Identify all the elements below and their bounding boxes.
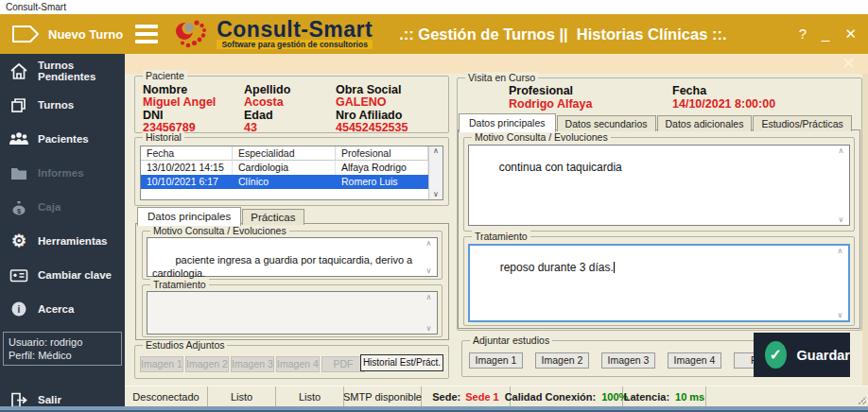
sidebar-item-label: Caja (38, 201, 61, 213)
col-especialidad: Especialidad (233, 146, 336, 161)
tratamiento-text-right: reposo durante 3 días. (500, 261, 614, 274)
historial-table: Fecha Especialidad Profesional 13/10/202… (140, 146, 443, 200)
historial-group: Historial Fecha Especialidad Profesional… (134, 137, 449, 206)
adjuntar-buttons: Imagen 1 Imagen 2 Imagen 3 Imagen 4 PDF (469, 352, 788, 369)
edad-value: 43 (244, 122, 336, 134)
scroll-down-icon[interactable]: ∨ (838, 311, 843, 319)
table-scrollbar[interactable]: ∧ ∨ (428, 146, 443, 199)
sidebar-item-label: Turnos Pendientes (38, 60, 125, 82)
motivo-text-left: paciente ingresa a guardia por taquicard… (152, 254, 415, 279)
cell-fecha: 13/10/2021 14:15 (141, 161, 233, 175)
guardar-button[interactable]: ✓ Guardar (754, 333, 850, 377)
sidebar-item-turnos[interactable]: Turnos (0, 88, 125, 122)
logo-name: Consult-Smart (217, 20, 373, 40)
paciente-fields: NombreMiguel Angel ApellidoAcosta Obra S… (135, 77, 448, 135)
tratamiento-input-left[interactable]: ∧∨ (147, 291, 438, 335)
sidebar-item-cambiar-clave[interactable]: Cambiar clave (0, 258, 125, 292)
status-latencia: Latencia: 10 ms (623, 386, 706, 406)
content-top-strip: ✕ (125, 54, 868, 74)
svg-text:i: i (18, 304, 21, 315)
help-button[interactable]: ? (799, 26, 807, 43)
tratamiento-title-right: Tratamiento (472, 231, 530, 242)
cell-fecha: 10/10/2021 6:17 (141, 175, 233, 189)
tab-datos-secundarios[interactable]: Datos secundarios (557, 115, 656, 131)
sidebar-item-turnos-pendientes[interactable]: Turnos Pendientes (0, 54, 125, 88)
profesional-value: Rodrigo Alfaya (509, 97, 592, 111)
scroll-up-icon[interactable]: ∧ (426, 239, 432, 248)
historial-row[interactable]: 13/10/2021 14:15 Cardiologia Alfaya Rodr… (141, 161, 428, 175)
cell-especialidad: Clínico (233, 175, 336, 189)
tab-datos-adicionales[interactable]: Datos adicionales (657, 115, 753, 131)
panel-close-icon[interactable]: ✕ (842, 54, 856, 74)
imagen3-button-right[interactable]: Imagen 3 (601, 352, 655, 369)
sidebar-item-herramientas[interactable]: ⚙ Herramientas (0, 224, 125, 258)
cell-especialidad: Cardiologia (233, 161, 336, 175)
sidebar-item-label: Informes (38, 167, 84, 179)
scroll-up-icon[interactable]: ∧ (426, 293, 432, 301)
logo-tagline: Software para gestión de consultorios (217, 40, 373, 49)
motivo-text-right: continua con taquicardia (499, 161, 622, 174)
sede-value: Sede 1 (465, 391, 498, 403)
close-button[interactable]: ✕ (844, 26, 857, 43)
imagen3-button-left[interactable]: Imagen 3 (231, 356, 274, 372)
nro-afiliado-value: 45452452535 (336, 122, 448, 134)
historial-est-pract-button[interactable]: Historial Est/Práct. (360, 354, 443, 371)
estudios-buttons: Imagen 1 Imagen 2 Imagen 3 Imagen 4 PDF (140, 356, 365, 372)
tab-datos-principales-right[interactable]: Datos principales (459, 113, 556, 132)
sidebar-item-pacientes[interactable]: Pacientes (0, 122, 125, 156)
scroll-down-icon[interactable]: ∨ (426, 324, 432, 333)
scroll-down-icon[interactable]: ∨ (433, 190, 439, 199)
tag-icon (11, 25, 40, 43)
motivo-input-right[interactable]: continua con taquicardia ∧∨ (468, 145, 850, 226)
tab-practicas[interactable]: Prácticas (242, 209, 304, 225)
pdf-button-left[interactable]: PDF (321, 356, 365, 372)
adjuntar-estudios-title: Adjuntar estudios (470, 335, 552, 346)
estudios-adjuntos-group: Estudios Adjuntos Imagen 1 Imagen 2 Imag… (134, 345, 449, 379)
scroll-down-icon[interactable]: ∨ (839, 215, 844, 224)
hamburger-menu-icon[interactable] (135, 25, 158, 43)
fecha-value: 14/10/2021 8:00:00 (672, 97, 775, 111)
cell-profesional: Alfaya Rodrigo (336, 161, 428, 175)
col-fecha: Fecha (141, 146, 233, 161)
status-bar: Desconectado Listo Listo SMTP disponible… (125, 386, 868, 406)
logo-heart-icon (175, 18, 213, 50)
sidebar-item-label: Pacientes (38, 133, 89, 145)
imagen1-button-right[interactable]: Imagen 1 (469, 352, 523, 369)
os-titlebar: Consult-Smart (0, 0, 868, 14)
minimize-button[interactable]: _ (822, 26, 829, 43)
imagen4-button-right[interactable]: Imagen 4 (668, 352, 721, 369)
sidebar-item-acerca[interactable]: i Acerca (0, 292, 125, 326)
tratamiento-group-left: Tratamiento ∧∨ (142, 284, 443, 337)
scroll-up-icon[interactable]: ∧ (839, 146, 844, 155)
imagen1-button-left[interactable]: Imagen 1 (140, 356, 183, 372)
scroll-up-icon[interactable]: ∧ (838, 247, 843, 255)
paciente-group-title: Paciente (143, 70, 187, 81)
latencia-value: 10 ms (675, 391, 704, 403)
window-edge (862, 74, 868, 386)
calidad-label: Calidad Conexión: (505, 391, 597, 403)
cell-profesional: Romero Luis (336, 175, 428, 189)
status-connection: Desconectado (125, 386, 208, 406)
tab-estudios-practicas[interactable]: Estudios/Prácticas (753, 115, 851, 131)
sidebar-item-informes[interactable]: Informes (0, 156, 125, 190)
resize-grip[interactable] (857, 395, 866, 404)
user-info-box: Usuario: rodrigo Perfil: Médico (3, 332, 122, 366)
sidebar-item-caja[interactable]: $ Caja (0, 190, 125, 224)
apellido-value: Acosta (244, 96, 336, 109)
historial-table-header: Fecha Especialidad Profesional (141, 146, 428, 161)
tab-datos-principales-left[interactable]: Datos principales (137, 207, 241, 226)
new-turn-button[interactable]: Nuevo Turno (11, 25, 123, 43)
app-header: Nuevo Turno Consult-Smart Software p (0, 14, 868, 54)
motivo-title-left: Motivo Consulta / Evoluciones (150, 225, 289, 236)
tools-gear-icon: ⚙ (9, 232, 29, 250)
edad-label: Edad (244, 110, 336, 122)
historial-row-selected[interactable]: 10/10/2021 6:17 Clínico Romero Luis (141, 175, 428, 189)
motivo-input-left[interactable]: paciente ingresa a guardia por taquicard… (147, 237, 438, 277)
imagen2-button-right[interactable]: Imagen 2 (535, 352, 589, 369)
imagen4-button-left[interactable]: Imagen 4 (276, 356, 320, 372)
visita-group-title: Visita en Curso (465, 72, 538, 83)
tratamiento-input-right[interactable]: reposo durante 3 días. ∧∨ (468, 244, 850, 322)
scroll-down-icon[interactable]: ∨ (426, 266, 432, 275)
scroll-up-icon[interactable]: ∧ (433, 146, 439, 156)
imagen2-button-left[interactable]: Imagen 2 (185, 356, 229, 372)
